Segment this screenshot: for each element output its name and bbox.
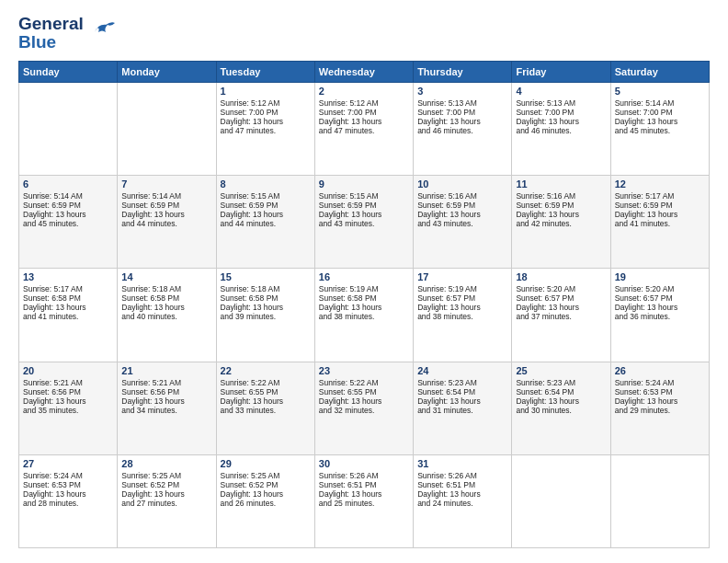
day-info-line: Sunset: 6:58 PM <box>121 293 211 303</box>
day-info-line: Sunset: 6:55 PM <box>319 387 409 396</box>
day-info-line: Daylight: 13 hours <box>615 210 705 219</box>
day-info-line: Daylight: 13 hours <box>23 303 113 312</box>
day-number: 20 <box>23 365 113 376</box>
calendar-cell: 17Sunrise: 5:19 AMSunset: 6:57 PMDayligh… <box>414 269 512 362</box>
day-info-line: and 47 minutes. <box>319 126 409 135</box>
day-info-line: Sunrise: 5:21 AM <box>121 378 211 387</box>
day-info-line: Sunset: 6:58 PM <box>221 293 311 303</box>
logo-general: General <box>18 15 84 33</box>
day-info-line: Sunset: 6:56 PM <box>121 387 211 396</box>
calendar-cell: 6Sunrise: 5:14 AMSunset: 6:59 PMDaylight… <box>19 176 118 269</box>
calendar-cell: 11Sunrise: 5:16 AMSunset: 6:59 PMDayligh… <box>512 176 610 269</box>
day-number: 19 <box>615 271 705 282</box>
calendar-cell: 29Sunrise: 5:25 AMSunset: 6:52 PMDayligh… <box>216 454 314 547</box>
day-info-line: and 27 minutes. <box>121 499 211 508</box>
day-number: 27 <box>23 458 113 469</box>
day-info-line: and 45 minutes. <box>23 219 113 228</box>
calendar-cell: 12Sunrise: 5:17 AMSunset: 6:59 PMDayligh… <box>610 176 709 269</box>
day-info-line: Sunset: 7:00 PM <box>615 108 705 117</box>
day-info-line: Sunrise: 5:18 AM <box>121 284 211 293</box>
day-info-line: Sunrise: 5:23 AM <box>516 378 606 387</box>
day-number: 6 <box>23 178 113 190</box>
calendar-cell: 10Sunrise: 5:16 AMSunset: 6:59 PMDayligh… <box>414 176 512 269</box>
day-number: 3 <box>417 86 507 97</box>
day-info-line: Sunset: 7:00 PM <box>221 108 311 117</box>
day-info-line: Sunrise: 5:25 AM <box>221 471 311 480</box>
day-number: 18 <box>516 271 606 282</box>
day-info-line: Daylight: 13 hours <box>319 210 409 219</box>
day-info-line: Sunset: 6:57 PM <box>516 293 606 303</box>
calendar-cell <box>118 82 216 175</box>
day-info-line: Daylight: 13 hours <box>319 303 409 312</box>
day-info-line: Daylight: 13 hours <box>417 210 507 219</box>
day-number: 25 <box>516 365 606 376</box>
day-number: 4 <box>516 86 606 97</box>
day-info-line: Sunset: 6:57 PM <box>615 293 705 303</box>
col-tuesday: Tuesday <box>216 61 314 82</box>
day-info-line: and 25 minutes. <box>319 499 409 508</box>
day-number: 5 <box>615 86 705 97</box>
day-info-line: Sunrise: 5:14 AM <box>615 98 705 108</box>
day-info-line: and 38 minutes. <box>319 312 409 321</box>
day-info-line: and 43 minutes. <box>417 219 507 228</box>
logo: General Blue <box>18 15 117 52</box>
day-info-line: Daylight: 13 hours <box>221 117 311 126</box>
day-info-line: Sunrise: 5:14 AM <box>121 191 211 201</box>
day-info-line: Sunrise: 5:19 AM <box>417 284 507 293</box>
day-info-line: Sunrise: 5:22 AM <box>319 378 409 387</box>
day-info-line: Sunrise: 5:19 AM <box>319 284 409 293</box>
day-info-line: Daylight: 13 hours <box>121 396 211 406</box>
day-number: 1 <box>221 86 311 97</box>
calendar-cell: 19Sunrise: 5:20 AMSunset: 6:57 PMDayligh… <box>610 269 709 362</box>
calendar-cell <box>610 454 709 547</box>
day-number: 30 <box>319 458 409 469</box>
day-info-line: Sunrise: 5:16 AM <box>516 191 606 201</box>
day-info-line: and 26 minutes. <box>221 499 311 508</box>
day-info-line: Daylight: 13 hours <box>615 117 705 126</box>
day-info-line: Sunrise: 5:12 AM <box>319 98 409 108</box>
day-info-line: and 31 minutes. <box>417 406 507 415</box>
calendar-week-2: 6Sunrise: 5:14 AMSunset: 6:59 PMDaylight… <box>19 176 710 269</box>
day-info-line: Daylight: 13 hours <box>221 489 311 499</box>
day-info-line: and 44 minutes. <box>221 219 311 228</box>
day-number: 17 <box>417 271 507 282</box>
day-number: 23 <box>319 365 409 376</box>
day-info-line: Sunset: 6:59 PM <box>221 201 311 210</box>
day-number: 2 <box>319 86 409 97</box>
day-info-line: Daylight: 13 hours <box>23 489 113 499</box>
calendar-cell: 1Sunrise: 5:12 AMSunset: 7:00 PMDaylight… <box>216 82 314 175</box>
day-info-line: Sunset: 6:52 PM <box>221 480 311 489</box>
day-info-line: Sunrise: 5:13 AM <box>417 98 507 108</box>
col-thursday: Thursday <box>414 61 512 82</box>
day-info-line: and 34 minutes. <box>121 406 211 415</box>
day-number: 26 <box>615 365 705 376</box>
day-info-line: and 30 minutes. <box>516 406 606 415</box>
day-info-line: Sunset: 6:56 PM <box>23 387 113 396</box>
day-info-line: Sunset: 7:00 PM <box>417 108 507 117</box>
calendar-cell: 31Sunrise: 5:26 AMSunset: 6:51 PMDayligh… <box>414 454 512 547</box>
day-info-line: Sunrise: 5:25 AM <box>121 471 211 480</box>
day-info-line: Sunrise: 5:12 AM <box>221 98 311 108</box>
day-number: 28 <box>121 458 211 469</box>
day-info-line: and 43 minutes. <box>319 219 409 228</box>
calendar-cell: 20Sunrise: 5:21 AMSunset: 6:56 PMDayligh… <box>19 362 118 454</box>
col-saturday: Saturday <box>610 61 709 82</box>
day-info-line: Daylight: 13 hours <box>417 489 507 499</box>
day-info-line: Sunrise: 5:16 AM <box>417 191 507 201</box>
day-number: 31 <box>417 458 507 469</box>
day-info-line: Sunset: 6:51 PM <box>417 480 507 489</box>
day-info-line: Daylight: 13 hours <box>121 489 211 499</box>
day-info-line: and 46 minutes. <box>516 126 606 135</box>
calendar-cell: 26Sunrise: 5:24 AMSunset: 6:53 PMDayligh… <box>610 362 709 454</box>
calendar-week-4: 20Sunrise: 5:21 AMSunset: 6:56 PMDayligh… <box>19 362 710 454</box>
day-info-line: Sunset: 6:52 PM <box>121 480 211 489</box>
day-info-line: Daylight: 13 hours <box>516 303 606 312</box>
day-info-line: Sunset: 6:59 PM <box>121 201 211 210</box>
day-info-line: and 33 minutes. <box>221 406 311 415</box>
day-info-line: Daylight: 13 hours <box>516 117 606 126</box>
day-info-line: Daylight: 13 hours <box>417 303 507 312</box>
col-monday: Monday <box>118 61 216 82</box>
day-info-line: Sunset: 6:59 PM <box>615 201 705 210</box>
day-info-line: Sunrise: 5:26 AM <box>417 471 507 480</box>
day-info-line: and 40 minutes. <box>121 312 211 321</box>
